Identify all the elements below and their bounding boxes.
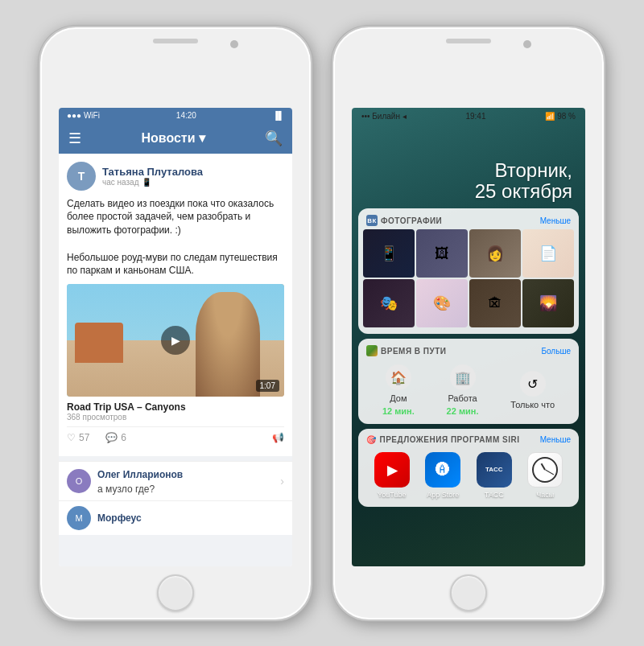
photo-8[interactable]: [522, 279, 574, 327]
vk-comment1-avatar: О: [67, 469, 91, 493]
vk-play-button[interactable]: ▶: [161, 326, 190, 355]
ios-maps-work[interactable]: 🏢 Работа 22 мин.: [447, 364, 479, 416]
vk-content: Т Татьяна Плуталова час назад 📱 Сделать …: [59, 154, 292, 566]
vk-comments[interactable]: 💬 6: [105, 432, 126, 443]
vk-comments-count: 6: [121, 432, 126, 443]
ios-maps-home[interactable]: 🏠 Дом 12 мин.: [382, 364, 415, 416]
ios-photos-widget: ВК ФОТОГРАФИИ Меньше: [358, 208, 579, 334]
vk-likes-count: 57: [79, 432, 89, 443]
vk-comment1-arrow: ›: [280, 475, 284, 488]
vk-author-avatar: Т: [67, 162, 96, 191]
left-phone-screen: ●●● WiFi 14:20 ▐▌ ☰ Новости ▾ 🔍 Т: [59, 108, 292, 566]
ios-maps-content: 🏠 Дом 12 мин. 🏢 Работа 22 мин. ↺: [358, 360, 579, 424]
home-icon: 🏠: [386, 364, 411, 390]
vk-author-name[interactable]: Татьяна Плуталова: [102, 166, 203, 178]
ios-siri-action[interactable]: Меньше: [540, 435, 571, 444]
vk-share[interactable]: 📢: [272, 432, 284, 443]
ios-maps-header: ВРЕМЯ В ПУТИ Больше: [358, 339, 579, 360]
photo-4[interactable]: [522, 229, 574, 278]
speaker-right: [446, 39, 491, 43]
ios-weekday: Вторник, 25 октября: [365, 160, 572, 203]
appstore-label: App Store: [427, 491, 459, 499]
ios-siri-widget: 🎯 ПРЕДЛОЖЕНИЯ ПРОГРАММ SIRI Меньше ▶ You…: [358, 429, 579, 507]
ios-app-appstore[interactable]: 🅐 App Store: [425, 452, 460, 499]
photo-1[interactable]: [363, 229, 415, 278]
vk-chevron-icon[interactable]: ▾: [199, 130, 205, 146]
speaker-left: [153, 39, 198, 43]
phone-bottom-right: [450, 566, 487, 619]
vk-comment-icon: 💬: [105, 432, 118, 443]
vk-comment-1: О Олег Илларионов а музло где? ›: [59, 461, 292, 500]
maps-badge: [366, 345, 378, 356]
work-icon: 🏢: [450, 364, 476, 390]
vk-menu-icon[interactable]: ☰: [68, 130, 81, 147]
vk-comment-2: М Морфеус: [59, 500, 292, 535]
tass-icon: ТАСС: [477, 452, 512, 488]
ios-app-tass[interactable]: ТАСС ТАСС: [477, 452, 512, 499]
vk-time: 14:20: [176, 111, 196, 120]
vk-navbar-title: Новости ▾: [141, 130, 204, 146]
ios-photos-action[interactable]: Меньше: [540, 216, 571, 225]
photo-5[interactable]: [363, 279, 415, 327]
ios-status-icons: 📶 98 %: [545, 112, 576, 121]
clock-label: Часы: [536, 491, 554, 499]
vk-post-actions: ♡ 57 💬 6 📢: [67, 426, 284, 448]
ios-siri-title: 🎯 ПРЕДЛОЖЕНИЯ ПРОГРАММ SIRI: [366, 435, 519, 444]
ios-photos-grid: [358, 229, 579, 334]
ios-app-youtube[interactable]: ▶ YouTube: [374, 452, 410, 499]
phone-top-right: [333, 27, 604, 108]
phone-top-left: [40, 27, 311, 108]
vk-navbar: ☰ Новости ▾ 🔍: [59, 123, 292, 154]
vk-post: Т Татьяна Плуталова час назад 📱 Сделать …: [59, 154, 292, 457]
tass-label: ТАСС: [485, 491, 504, 499]
photo-2[interactable]: [416, 229, 468, 278]
vk-comment2-avatar: М: [67, 506, 91, 530]
home-time: 12 мин.: [382, 406, 415, 416]
ios-siri-header: 🎯 ПРЕДЛОЖЕНИЯ ПРОГРАММ SIRI Меньше: [358, 429, 579, 447]
camera-right: [523, 40, 531, 48]
vk-post-time: час назад 📱: [102, 178, 203, 187]
photo-7[interactable]: [469, 279, 521, 327]
ios-battery-text: 98 %: [557, 112, 576, 121]
vk-device-icon: 📱: [142, 178, 151, 187]
ios-app-clock[interactable]: Часы: [527, 452, 563, 499]
vk-statusbar: ●●● WiFi 14:20 ▐▌: [59, 108, 292, 123]
vk-signal-dots: ●●● WiFi: [67, 111, 100, 120]
vk-comment1-text: а музло где?: [97, 483, 155, 495]
ios-maps-recent[interactable]: ↺ Только что: [510, 371, 555, 409]
vk-share-icon: 📢: [272, 432, 284, 443]
vk-post-header: Т Татьяна Плуталова час назад 📱: [67, 162, 284, 191]
vk-video-title[interactable]: Road Trip USA – Canyons: [67, 401, 284, 413]
phone-bottom-left: [157, 566, 194, 619]
vk-news-label: Новости: [141, 131, 195, 146]
vk-comment2-author[interactable]: Морфеус: [97, 512, 142, 524]
home-button-left[interactable]: [157, 574, 194, 611]
ios-time: 19:41: [465, 112, 485, 121]
vk-video-views: 368 просмотров: [67, 413, 284, 422]
ios-date-area: Вторник, 25 октября: [352, 150, 585, 209]
photo-3[interactable]: [469, 229, 521, 278]
vk-search-icon[interactable]: 🔍: [265, 130, 283, 147]
camera-left: [230, 40, 238, 48]
vk-comment1-body: Олег Илларионов а музло где?: [97, 467, 274, 496]
vk-logo-badge: ВК: [366, 215, 378, 226]
vk-likes[interactable]: ♡ 57: [67, 432, 89, 443]
vk-battery-icon: ▐▌: [273, 111, 284, 120]
home-label: Дом: [390, 393, 407, 403]
ios-widgets: ВК ФОТОГРАФИИ Меньше: [352, 208, 585, 566]
youtube-icon: ▶: [374, 452, 410, 488]
vk-video-thumbnail[interactable]: ▶ 1:07: [67, 284, 284, 397]
photo-6[interactable]: [416, 279, 468, 327]
vk-heart-icon: ♡: [67, 432, 76, 443]
appstore-icon: 🅐: [425, 452, 460, 488]
ios-wifi-icon: 📶: [545, 112, 555, 121]
ios-maps-action[interactable]: Больше: [541, 347, 571, 356]
vk-comment1-author[interactable]: Олег Илларионов: [97, 469, 183, 480]
right-phone-screen: ••• Билайн ◂ 19:41 📶 98 % 🔍 Поиск Вторни…: [352, 108, 585, 566]
vk-post-meta: Татьяна Плуталова час назад 📱: [102, 166, 203, 187]
youtube-label: YouTube: [378, 491, 406, 499]
ios-content: Вторник, 25 октября ВК ФОТОГРАФИИ Мен: [352, 150, 585, 566]
ios-maps-widget: ВРЕМЯ В ПУТИ Больше 🏠 Дом 12 мин. �: [358, 339, 579, 424]
ios-siri-apps: ▶ YouTube 🅐 App Store: [358, 447, 579, 507]
home-button-right[interactable]: [450, 574, 487, 611]
